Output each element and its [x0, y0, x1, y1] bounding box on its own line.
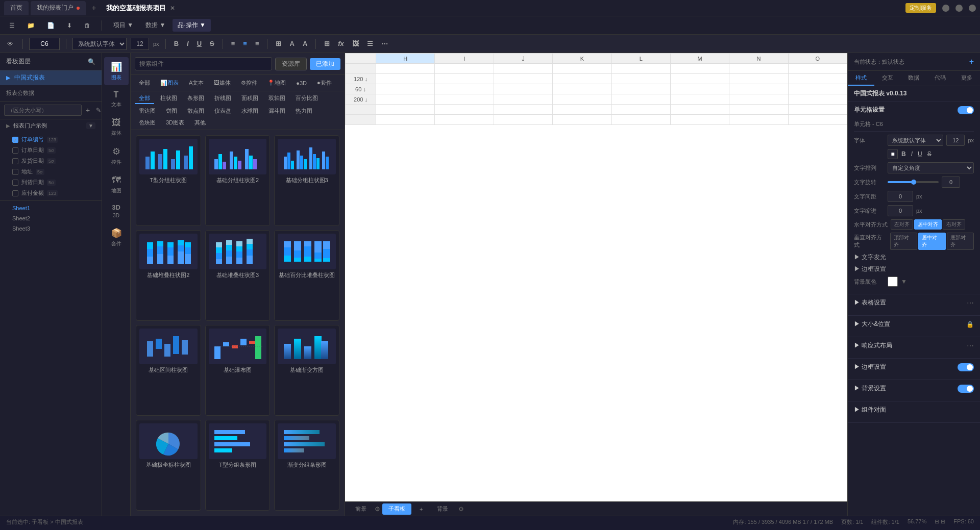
merge-btn[interactable]: ⊞	[322, 39, 332, 48]
cell-o3[interactable]	[788, 84, 847, 94]
icon-btn-map[interactable]: 🗺 地图	[104, 171, 129, 198]
props-tab-interact[interactable]: 交互	[874, 71, 901, 86]
chart-waterfall[interactable]: 基础瀑布图	[205, 325, 271, 416]
field-checkbox[interactable]: ✓	[12, 137, 18, 143]
cell-h2[interactable]	[376, 74, 435, 84]
bg-header-2[interactable]: ▶ 背景设置	[854, 384, 974, 393]
cell-k1[interactable]	[553, 64, 611, 74]
underline-btn[interactable]: U	[195, 39, 204, 48]
field-checkbox-5[interactable]	[12, 180, 18, 186]
menu-folder[interactable]: 📁	[22, 20, 40, 31]
bold-btn[interactable]: B	[172, 39, 181, 48]
cat-text[interactable]: A文本	[185, 78, 208, 88]
cat-3d[interactable]: ●3D	[292, 78, 311, 88]
font-family-select[interactable]: 系统默认字体	[72, 38, 127, 50]
subtab-pie[interactable]: 饼图	[162, 106, 181, 116]
border-toggle[interactable]	[958, 363, 974, 371]
subtab-liquid[interactable]: 水球图	[237, 106, 262, 116]
col-j[interactable]: J	[494, 54, 552, 64]
bg-color-arrow[interactable]: ▼	[901, 278, 907, 285]
responsive-header[interactable]: ▶ 响应式布局 ⋯	[854, 341, 974, 350]
subtab-all[interactable]: 全部	[135, 93, 154, 104]
subtab-gauge[interactable]: 仪表盘	[210, 106, 235, 116]
col-l[interactable]: L	[611, 54, 670, 64]
more-btn[interactable]: ⋯	[379, 39, 390, 48]
cell-k5[interactable]	[553, 105, 611, 115]
subtab-bar[interactable]: 柱状图	[156, 93, 181, 104]
bold-prop-btn[interactable]: B	[900, 150, 908, 158]
table-more-icon[interactable]: ⋯	[967, 299, 974, 307]
cell-o2[interactable]	[788, 74, 847, 84]
cell-settings-toggle[interactable]	[958, 106, 974, 114]
props-tab-data[interactable]: 数据	[901, 71, 927, 86]
cell-k6[interactable]	[553, 115, 611, 125]
cell-k4[interactable]	[553, 94, 611, 105]
cell-n6[interactable]	[729, 115, 788, 125]
tab-background[interactable]: 背景	[431, 503, 454, 515]
border-settings-expand[interactable]: ▶ 边框设置	[854, 265, 886, 273]
cell-settings-header[interactable]: 单元格设置	[854, 106, 974, 114]
sheet-item-2[interactable]: Sheet2	[0, 213, 102, 223]
maximize-btn[interactable]	[955, 5, 963, 12]
menu-delete[interactable]: 🗑	[79, 20, 95, 31]
subtab-area[interactable]: 面积图	[237, 93, 262, 104]
icon-btn-charts[interactable]: 📊 图表	[104, 57, 129, 85]
subtab-radar[interactable]: 雷达图	[135, 106, 160, 116]
cell-m3[interactable]	[670, 84, 729, 94]
subtab-line[interactable]: 折线图	[210, 93, 235, 104]
underline-prop-btn[interactable]: U	[916, 150, 924, 158]
tab-home[interactable]: 首页	[4, 1, 29, 15]
list-btn[interactable]: ☰	[365, 39, 375, 48]
cell-ref-input[interactable]	[29, 38, 60, 50]
chart-t-hbar[interactable]: T型分组条形图	[205, 420, 271, 511]
cell-i1[interactable]	[435, 64, 494, 74]
cell-n3[interactable]	[729, 84, 788, 94]
custom-service-btn[interactable]: 定制服务	[905, 3, 936, 13]
menu-download[interactable]: ⬇	[62, 20, 77, 31]
chart-stacked3[interactable]: 基础堆叠柱状图3	[205, 230, 271, 321]
menu-data[interactable]: 数据 ▼	[140, 19, 170, 32]
tab-portal[interactable]: 我的报表门户	[31, 1, 86, 15]
cell-k3[interactable]	[553, 84, 611, 94]
v-align-top[interactable]: 顶部对齐	[890, 233, 917, 250]
cat-suite[interactable]: ●套件	[313, 78, 336, 88]
eye-btn[interactable]: 👁	[4, 39, 16, 48]
props-add-btn[interactable]: +	[969, 57, 974, 66]
table-settings-header[interactable]: ▶ 表格设置 ⋯	[854, 298, 974, 307]
tab-sub-board[interactable]: 子看板	[382, 503, 411, 515]
cat-all[interactable]: 全部	[135, 78, 154, 88]
italic-btn[interactable]: I	[185, 39, 191, 48]
border-btn[interactable]: ⊞	[274, 39, 283, 48]
bg-color-swatch[interactable]	[888, 276, 898, 287]
minimize-btn[interactable]	[942, 5, 949, 12]
v-align-bottom[interactable]: 底部对齐	[947, 233, 974, 250]
sheet-item-3[interactable]: Sheet3	[0, 223, 102, 234]
subtab-color[interactable]: 色块图	[135, 118, 160, 128]
cell-i3[interactable]	[435, 84, 494, 94]
field-checkbox-4[interactable]	[12, 169, 18, 175]
sheet-item-1[interactable]: Sheet1	[0, 203, 102, 213]
field-checkbox-6[interactable]	[12, 190, 18, 196]
cell-j3[interactable]	[494, 84, 552, 94]
cell-h6[interactable]	[376, 115, 435, 125]
chart-grouped2[interactable]: 基础分组柱状图2	[205, 135, 271, 226]
col-n[interactable]: N	[729, 54, 788, 64]
zoom-icons[interactable]: ⊟ ⊞	[935, 518, 945, 526]
h-align-center[interactable]: 居中对齐	[914, 219, 942, 230]
align-left-btn[interactable]: ≡	[229, 39, 237, 48]
icon-btn-3d[interactable]: 3D 3D	[104, 199, 129, 222]
icon-btn-suite[interactable]: 📦 套件	[104, 223, 129, 251]
cell-i6[interactable]	[435, 115, 494, 125]
cell-l5[interactable]	[611, 105, 670, 115]
cell-l3[interactable]	[611, 84, 670, 94]
italic-prop-btn[interactable]: I	[910, 150, 914, 158]
grid-container[interactable]: H I J K L M N O	[345, 53, 847, 501]
cell-m2[interactable]	[670, 74, 729, 84]
cell-j2[interactable]	[494, 74, 552, 84]
cell-o6[interactable]	[788, 115, 847, 125]
tab-add-sheet[interactable]: +	[413, 503, 429, 515]
source-btn[interactable]: 资源库	[275, 58, 307, 70]
subtab-percent[interactable]: 百分比图	[291, 93, 322, 104]
size-position-header[interactable]: ▶ 大小&位置 🔒	[854, 320, 974, 329]
align-right-btn[interactable]: ≡	[253, 39, 261, 48]
